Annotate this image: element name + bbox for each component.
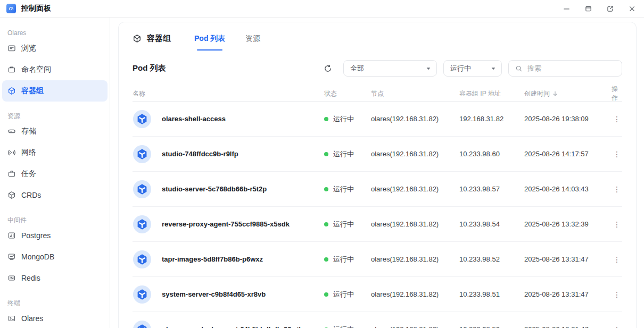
search-input[interactable] (527, 64, 615, 72)
window-title: 控制面板 (21, 4, 51, 13)
table-row[interactable]: system-server-c9b8f4d65-xr8vb 运行中 olares… (133, 277, 622, 312)
table-row[interactable]: studio-server-5c768db66b-r5t2p 运行中 olare… (133, 172, 622, 207)
sidebar-item-label: 任务 (21, 169, 36, 179)
pod-action-cell: ⋮ (612, 289, 622, 300)
pod-badge-icon (133, 215, 151, 233)
pod-status: 运行中 (324, 184, 371, 194)
pod-action-cell: ⋮ (612, 254, 622, 265)
row-actions-kebab-icon[interactable]: ⋮ (612, 184, 622, 195)
pod-ip: 10.233.98.57 (459, 185, 524, 193)
pod-ip: 10.233.98.60 (459, 150, 524, 158)
pod-action-cell: ⋮ (612, 219, 622, 230)
pod-badge-icon (133, 250, 151, 268)
status-running-dot-icon (324, 292, 328, 297)
table-row[interactable]: olares-shell-access 运行中 olares(192.168.3… (133, 102, 622, 137)
main-content: 容器组 Pod 列表 资源 Pod 列表 全部 (110, 18, 644, 328)
sidebar-item-mongodb[interactable]: MongoDB (2, 246, 108, 267)
sidebar-item-postgres[interactable]: Postgres (2, 225, 108, 246)
sidebar-item-label: MongoDB (21, 253, 54, 261)
tab-resources[interactable]: 资源 (245, 31, 260, 46)
tab-pod-list[interactable]: Pod 列表 (194, 31, 225, 46)
pod-node: olares(192.168.31.82) (371, 115, 459, 123)
page-title: 容器组 (133, 33, 171, 44)
column-header-created[interactable]: 创建时间 (524, 89, 612, 98)
table-row[interactable]: reverse-proxy-agent-755ccf9885-x5sdk 运行中… (133, 207, 622, 242)
briefcase-icon (7, 170, 16, 178)
pod-status: 运行中 (324, 114, 371, 124)
sidebar-item-network[interactable]: 网络 (2, 142, 108, 163)
pulse-chart-icon (7, 274, 16, 282)
search-box (508, 60, 622, 77)
pod-node: olares(192.168.31.82) (371, 220, 459, 228)
status-label: 运行中 (333, 114, 354, 124)
sidebar-item-label: Postgres (21, 231, 51, 240)
pod-status: 运行中 (324, 325, 371, 328)
sort-descending-icon (552, 90, 558, 97)
status-label: 运行中 (333, 220, 354, 229)
sidebar-item-browse[interactable]: 浏览 (2, 38, 108, 59)
tabs: Pod 列表 资源 (194, 31, 260, 46)
row-actions-kebab-icon[interactable]: ⋮ (612, 324, 622, 328)
sidebar-item-label: 命名空间 (21, 65, 51, 74)
sidebar-item-redis[interactable]: Redis (2, 267, 108, 289)
status-label: 运行中 (333, 290, 354, 299)
sidebar-item-label: 存储 (21, 127, 36, 136)
pod-created-time: 2025-08-26 13:31:47 (524, 290, 612, 298)
status-filter-select[interactable]: 运行中 (443, 60, 502, 77)
sidebar-item-label: CRDs (21, 191, 41, 199)
refresh-button[interactable] (321, 62, 335, 75)
row-actions-kebab-icon[interactable]: ⋮ (612, 219, 622, 230)
maximize-button[interactable] (584, 5, 592, 12)
sidebar-item-pods[interactable]: 容器组 (2, 80, 108, 102)
table-row[interactable]: studio-748ffdcc9b-r9lfp 运行中 olares(192.1… (133, 137, 622, 172)
sidebar-item-label: 网络 (21, 148, 36, 157)
sidebar-item-crds[interactable]: CRDs (2, 184, 108, 206)
open-external-button[interactable] (606, 5, 614, 12)
row-actions-kebab-icon[interactable]: ⋮ (612, 289, 622, 300)
namespace-filter-select[interactable]: 全部 (343, 60, 437, 77)
pod-badge-icon (133, 180, 151, 198)
pod-name: studio-server-5c768db66b-r5t2p (162, 185, 267, 193)
pod-created-time: 2025-08-26 14:17:57 (524, 150, 612, 158)
pod-created-time: 2025-08-26 13:31:47 (524, 255, 612, 263)
sidebar-item-terminal-olares[interactable]: Olares (2, 308, 108, 328)
pod-action-cell: ⋮ (612, 149, 622, 159)
sidebar-item-jobs[interactable]: 任务 (2, 163, 108, 184)
minimize-button[interactable] (563, 5, 570, 12)
pod-action-cell: ⋮ (612, 184, 622, 195)
chevron-down-icon (491, 66, 496, 71)
row-actions-kebab-icon[interactable]: ⋮ (612, 149, 622, 159)
pod-name-cell: tapr-images-5d8ff7b86b-p6wxz (133, 250, 324, 268)
row-actions-kebab-icon[interactable]: ⋮ (612, 254, 622, 265)
pods-cube-icon (7, 87, 16, 95)
pod-created-time: 2025-08-26 13:31:47 (524, 325, 612, 328)
titlebar: 控制面板 (0, 0, 644, 18)
search-icon (515, 65, 523, 72)
sidebar-item-label: Redis (21, 274, 40, 282)
pod-ip: 192.168.31.82 (459, 115, 524, 123)
pod-name: reverse-proxy-agent-755ccf9885-x5sdk (162, 220, 290, 228)
row-actions-kebab-icon[interactable]: ⋮ (612, 114, 622, 124)
sidebar-item-label: Olares (21, 314, 43, 323)
sidebar-item-namespace[interactable]: 命名空间 (2, 59, 108, 80)
pods-card: 容器组 Pod 列表 资源 Pod 列表 全部 (118, 22, 637, 328)
pod-status: 运行中 (324, 220, 371, 229)
pod-name-cell: olares-app-deployment-64b5bbdbdb-92wjb (133, 321, 324, 328)
pod-badge-icon (133, 285, 151, 304)
namespace-icon (7, 65, 16, 74)
pod-table-body: olares-shell-access 运行中 olares(192.168.3… (133, 102, 622, 328)
status-running-dot-icon (324, 117, 328, 121)
pod-status: 运行中 (324, 149, 371, 159)
table-row[interactable]: olares-app-deployment-64b5bbdbdb-92wjb 运… (133, 312, 622, 328)
pod-badge-icon (133, 145, 151, 163)
sidebar-item-label: 容器组 (21, 86, 44, 96)
pod-status: 运行中 (324, 255, 371, 264)
pod-action-cell: ⋮ (612, 114, 622, 124)
column-header-action: 操作 (612, 85, 622, 103)
pod-badge-icon (133, 110, 151, 128)
pod-name-cell: studio-server-5c768db66b-r5t2p (133, 180, 324, 198)
table-row[interactable]: tapr-images-5d8ff7b86b-p6wxz 运行中 olares(… (133, 242, 622, 277)
sidebar-group-olares: Olares (7, 28, 102, 38)
close-button[interactable] (628, 5, 635, 12)
sidebar-item-storage[interactable]: 存储 (2, 121, 108, 142)
